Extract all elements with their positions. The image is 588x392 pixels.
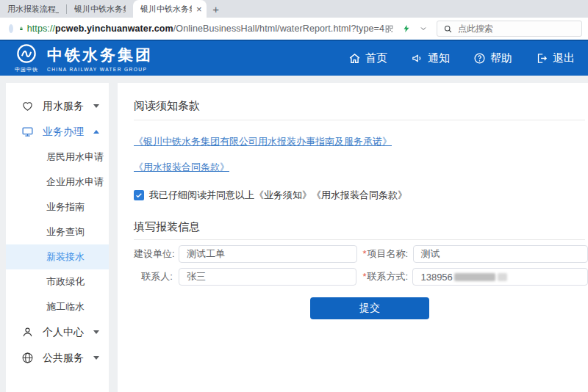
contact-phone-label: *联系方式:: [362, 270, 406, 283]
monitor-icon: [21, 126, 34, 138]
logo-subtitle: CHINA RAILWAY WATER GROUP: [47, 67, 153, 72]
qr-code-icon[interactable]: [384, 24, 394, 34]
notice-section-title: 阅读须知条款: [134, 99, 588, 113]
tab-close-icon[interactable]: ×: [196, 4, 202, 15]
extension-icon[interactable]: [9, 24, 13, 33]
sidebar-group-label: 业务办理: [43, 126, 93, 139]
question-icon: [473, 52, 486, 65]
search-input[interactable]: [458, 23, 576, 34]
sidebar-item-new-connection[interactable]: 新装接水: [6, 244, 109, 269]
url-domain: pcweb.yinchuanwater.com: [55, 23, 173, 34]
agreement-checkbox[interactable]: [134, 190, 144, 200]
logo-emblem: 中国中铁: [10, 43, 43, 73]
browser-tab-active[interactable]: 银川中铁水务集 ×: [133, 0, 207, 18]
sidebar-item-business-query[interactable]: 业务查询: [6, 219, 109, 244]
guide-document-link[interactable]: 《银川中铁水务集团有限公司用水报装办事指南及服务承诺》: [134, 135, 588, 148]
url-path: /OnlineBusinessHall/html/waterReport.htm…: [173, 23, 384, 34]
home-icon: [348, 52, 361, 65]
construction-unit-value: 测试工单: [187, 247, 225, 261]
sidebar-item-resident-water[interactable]: 居民用水申请: [6, 145, 109, 170]
chevron-up-icon: [93, 130, 99, 134]
nav-home-label: 首页: [365, 51, 387, 65]
logo-title: 中铁水务集团: [47, 45, 153, 65]
globe-icon: [21, 352, 34, 364]
check-icon: [135, 192, 143, 199]
nav-home[interactable]: 首页: [348, 51, 387, 65]
sidebar-group-label: 用水服务: [43, 100, 93, 113]
url-scheme: https://: [27, 23, 55, 34]
contact-phone-input[interactable]: 138956: [412, 268, 588, 286]
agreement-row: 我已仔细阅读并同意以上《业务须知》《用水报装合同条款》: [134, 189, 588, 202]
project-name-label-text: 项目名称:: [368, 248, 409, 259]
sidebar-item-construction-water[interactable]: 施工临水: [6, 294, 109, 319]
nav-help-label: 帮助: [490, 51, 512, 65]
sidebar-group-personal-center[interactable]: 个人中心: [6, 319, 109, 345]
logout-icon: [536, 52, 548, 65]
logo-text: 中铁水务集团 CHINA RAILWAY WATER GROUP: [47, 45, 153, 72]
construction-unit-label: 建设单位:: [134, 247, 173, 261]
tab-title: 银川中铁水务集: [140, 4, 192, 15]
browser-tab-1[interactable]: 用水报装流程_: [0, 0, 66, 18]
browser-search-box[interactable]: [437, 21, 582, 37]
chevron-down-icon: [93, 330, 99, 334]
form-section-title: 填写报装信息: [134, 220, 588, 234]
required-mark: *: [363, 248, 367, 259]
sidebar-item-municipal-greening[interactable]: 市政绿化: [6, 269, 109, 294]
contact-person-value: 张三: [187, 270, 206, 283]
tab-title: 用水报装流程_: [7, 4, 59, 15]
divider: [134, 120, 585, 120]
contact-phone-visible-digits: 138956: [420, 272, 452, 283]
construction-unit-input[interactable]: 测试工单: [179, 245, 357, 263]
sidebar-group-label: 公共服务: [43, 352, 93, 365]
person-icon: [21, 326, 34, 338]
main-content: 阅读须知条款 《银川中铁水务集团有限公司用水报装办事指南及服务承诺》 《用水报装…: [118, 83, 588, 392]
new-tab-button[interactable]: +: [207, 3, 226, 15]
contact-phone-label-text: 联系方式:: [368, 271, 409, 282]
required-mark: *: [362, 271, 366, 282]
heart-icon: [21, 100, 34, 112]
sidebar-group-public-service[interactable]: 公共服务: [6, 345, 109, 371]
browser-tab-bar: 用水报装流程_ 银川中铁水务集 银川中铁水务集 × +: [0, 0, 588, 18]
company-logo: 中国中铁 中铁水务集团 CHINA RAILWAY WATER GROUP: [10, 43, 153, 73]
header-nav: 首页 通知 帮助 退出: [348, 51, 575, 65]
agreement-label: 我已仔细阅读并同意以上《业务须知》《用水报装合同条款》: [149, 189, 407, 202]
sidebar: 用水服务 业务办理 居民用水申请 企业用水申请 业务指南 业务查询 新装接水 市…: [6, 83, 109, 392]
nav-notifications-label: 通知: [428, 51, 450, 65]
form-row-2: 联系人: 张三 *联系方式: 138956: [134, 268, 588, 286]
contact-person-label: 联系人:: [134, 270, 173, 283]
site-header: 中国中铁 中铁水务集团 CHINA RAILWAY WATER GROUP 首页…: [0, 40, 588, 76]
speaker-icon: [411, 52, 423, 65]
sidebar-item-business-guide[interactable]: 业务指南: [6, 195, 109, 219]
chevron-down-icon[interactable]: [419, 24, 428, 33]
contact-person-input[interactable]: 张三: [179, 268, 357, 286]
address-bar: https://pcweb.yinchuanwater.com/OnlineBu…: [0, 18, 588, 40]
lock-icon: [19, 24, 24, 33]
phone-privacy-blur: [454, 273, 507, 281]
tab-title: 银川中铁水务集: [74, 4, 126, 15]
contract-terms-link[interactable]: 《用水报装合同条款》: [134, 161, 588, 174]
nav-notifications[interactable]: 通知: [411, 51, 450, 65]
nav-logout-label: 退出: [553, 51, 575, 65]
url-text[interactable]: https://pcweb.yinchuanwater.com/OnlineBu…: [27, 23, 384, 34]
project-name-input[interactable]: 测试: [413, 245, 588, 263]
chevron-down-icon: [93, 104, 99, 108]
nav-logout[interactable]: 退出: [536, 51, 575, 65]
nav-help[interactable]: 帮助: [473, 51, 512, 65]
chevron-down-icon: [93, 356, 99, 360]
project-name-value: 测试: [421, 247, 440, 261]
browser-tab-2[interactable]: 银川中铁水务集: [67, 0, 133, 18]
sidebar-group-label: 个人中心: [43, 326, 93, 339]
logo-badge-text: 中国中铁: [10, 66, 43, 73]
submit-button[interactable]: 提交: [310, 297, 429, 319]
lightning-icon[interactable]: [402, 23, 411, 34]
browser-action-icons: [384, 23, 428, 34]
sidebar-group-water-service[interactable]: 用水服务: [6, 93, 109, 119]
divider: [134, 239, 585, 240]
railway-emblem-icon: [16, 43, 37, 64]
project-name-label: *项目名称:: [363, 247, 407, 261]
sidebar-group-business[interactable]: 业务办理: [6, 119, 109, 145]
sidebar-item-enterprise-water[interactable]: 企业用水申请: [6, 170, 109, 195]
form-row-1: 建设单位: 测试工单 *项目名称: 测试: [134, 245, 588, 263]
search-icon: [443, 24, 453, 34]
